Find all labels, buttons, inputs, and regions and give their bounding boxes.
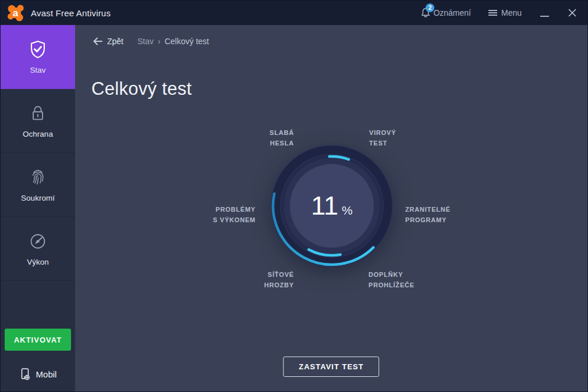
sidebar: Stav Ochrana (1, 25, 75, 391)
sidebar-item-label: Soukromí (21, 194, 55, 202)
page-title: Celkový test (91, 79, 192, 99)
sidebar-item-label: Ochrana (23, 130, 53, 138)
main-content: Zpět Stav › Celkový test Celkový test (75, 25, 587, 391)
window-body: Stav Ochrana (1, 25, 587, 391)
notifications-button[interactable]: 2 Oznámení (419, 6, 471, 20)
scan-label-weak-passwords: SLABÁ HESLA (270, 127, 294, 148)
sidebar-item-soukromi[interactable]: Soukromí (1, 153, 75, 217)
scan-label-vulnerable-programs: ZRANITELNÉ PROGRAMY (405, 204, 451, 225)
scan-label-browser-addons: DOPLŇKY PROHLÍŽEČE (369, 269, 415, 290)
titlebar-controls: 2 Oznámení Menu (419, 6, 587, 20)
svg-text:a: a (13, 7, 19, 19)
sidebar-bottom: AKTIVOVAT Mobil (1, 281, 75, 391)
close-button[interactable] (568, 8, 577, 17)
breadcrumb-path: Stav › Celkový test (137, 37, 209, 46)
fingerprint-icon (29, 168, 47, 187)
shield-check-icon (29, 40, 47, 59)
avast-logo-icon: a (6, 3, 25, 22)
bell-icon: 2 (419, 6, 432, 20)
sidebar-spacer (1, 281, 75, 329)
avast-window: a Avast Free Antivirus 2 Oznámení (0, 0, 588, 392)
breadcrumb-separator: › (158, 37, 161, 46)
lock-icon (29, 104, 47, 123)
sidebar-item-label: Výkon (27, 258, 49, 266)
sidebar-item-vykon[interactable]: Výkon (1, 217, 75, 281)
minimize-button[interactable] (540, 9, 549, 17)
gauge-icon (29, 231, 47, 251)
menu-button[interactable]: Menu (488, 8, 522, 17)
breadcrumb-parent[interactable]: Stav (137, 37, 154, 46)
app-title: Avast Free Antivirus (31, 8, 111, 18)
back-label: Zpět (107, 37, 123, 46)
titlebar: a Avast Free Antivirus 2 Oznámení (1, 1, 587, 25)
breadcrumb: Zpět Stav › Celkový test (93, 37, 209, 46)
phone-plus-icon (19, 368, 31, 380)
stop-test-button[interactable]: ZASTAVIT TEST (283, 357, 379, 377)
back-button[interactable]: Zpět (93, 37, 123, 46)
sidebar-item-mobil[interactable]: Mobil (1, 360, 75, 388)
menu-label: Menu (501, 8, 522, 17)
scan-label-network-threats: SÍŤOVÉ HROZBY (264, 269, 294, 290)
scan-label-virus-test: VIROVÝ TEST (369, 127, 396, 148)
breadcrumb-current: Celkový test (165, 37, 209, 46)
sidebar-item-ochrana[interactable]: Ochrana (1, 89, 75, 153)
minimize-icon (540, 16, 549, 17)
sidebar-item-label: Stav (30, 66, 45, 74)
activate-button[interactable]: AKTIVOVAT (5, 329, 71, 351)
sidebar-item-stav[interactable]: Stav (1, 25, 75, 89)
mobil-label: Mobil (36, 369, 57, 379)
close-icon (568, 8, 577, 17)
scan-progress-ring (271, 145, 393, 267)
back-arrow-icon (93, 37, 102, 45)
hamburger-icon (488, 9, 497, 17)
scan-label-performance-issues: PROBLÉMY S VÝKONEM (213, 204, 256, 225)
notifications-label: Oznámení (433, 8, 471, 17)
